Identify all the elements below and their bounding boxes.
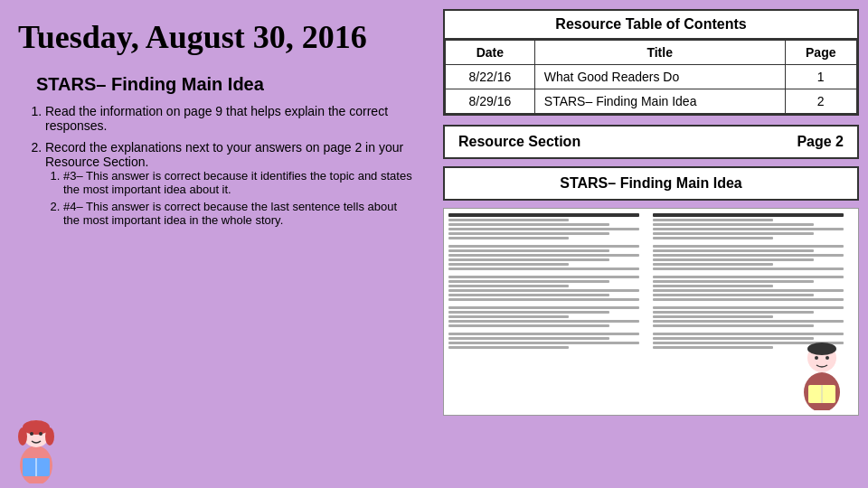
document-image [443, 208, 859, 416]
date-heading: Tuesday, August 30, 2016 [18, 18, 416, 56]
toc-row1-title: What Good Readers Do [534, 65, 785, 89]
sub-instruction-2: #4– This answer is correct because the l… [63, 200, 416, 227]
toc-table: Date Title Page 8/22/16 What Good Reader… [445, 40, 857, 114]
svg-point-6 [39, 432, 42, 436]
toc-header-page: Page [785, 41, 857, 65]
toc-row1-date: 8/22/16 [446, 65, 535, 89]
resource-section-box: Resource Section Page 2 [443, 125, 859, 159]
stars-heading-box: STARS– Finding Main Idea [443, 166, 859, 201]
stars-heading-text: STARS– Finding Main Idea [560, 175, 742, 191]
toc-container: Resource Table of Contents Date Title Pa… [443, 9, 859, 116]
svg-point-13 [826, 356, 829, 360]
left-panel: Tuesday, August 30, 2016 STARS– Finding … [0, 0, 434, 488]
topic-title: STARS– Finding Main Idea [36, 74, 416, 95]
toc-title: Resource Table of Contents [445, 11, 857, 40]
svg-point-2 [23, 420, 50, 435]
svg-point-3 [18, 427, 27, 446]
toc-row-2: 8/29/16 STARS– Finding Main Idea 2 [446, 89, 857, 114]
resource-section-page: Page 2 [797, 134, 844, 150]
toc-row2-date: 8/29/16 [446, 89, 535, 114]
toc-row2-page: 2 [785, 89, 857, 114]
svg-point-12 [815, 356, 818, 360]
character-left-icon [9, 411, 63, 483]
resource-section-label: Resource Section [458, 134, 580, 150]
doc-col-left [448, 213, 649, 410]
instruction-2: Record the explanations next to your ans… [45, 140, 416, 227]
instruction-1: Read the information on page 9 that help… [45, 104, 416, 133]
toc-header-title: Title [534, 41, 785, 65]
toc-header-date: Date [446, 41, 535, 65]
svg-point-11 [807, 343, 836, 355]
right-panel: Resource Table of Contents Date Title Pa… [434, 0, 868, 488]
toc-row-1: 8/22/16 What Good Readers Do 1 [446, 65, 857, 89]
svg-point-5 [30, 432, 33, 436]
character-right-icon [790, 338, 854, 410]
instructions: Read the information on page 9 that help… [27, 104, 416, 227]
toc-row1-page: 1 [785, 65, 857, 89]
toc-row2-title: STARS– Finding Main Idea [534, 89, 785, 114]
sub-instruction-1: #3– This answer is correct because it id… [63, 169, 416, 196]
svg-point-4 [45, 427, 54, 446]
